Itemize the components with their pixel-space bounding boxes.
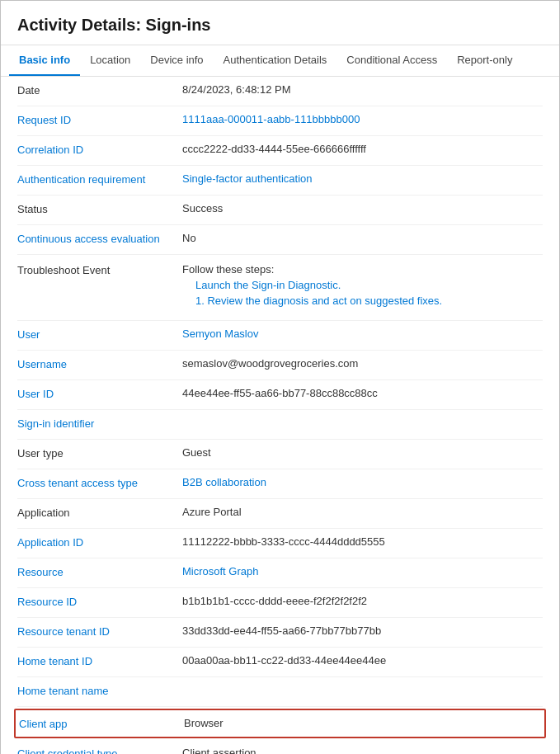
label-user-type: User type [17,446,182,459]
field-request-id: Request ID 1111aaa-000011-aabb-111bbbbb0… [17,106,543,136]
field-username: Username semaslov@woodgrovegroceries.com [17,351,543,380]
value-resource-tenant-id: 33dd33dd-ee44-ff55-aa66-77bb77bb77bb [182,624,543,637]
value-status: Success [182,202,543,214]
value-application: Azure Portal [182,506,543,518]
field-signin-identifier: Sign-in identifier [17,410,543,440]
label-username: Username [17,357,182,370]
label-home-tenant-id: Home tenant ID [17,654,182,667]
field-user: User Semyon Maslov [17,321,543,351]
field-cross-tenant-access: Cross tenant access type B2B collaborati… [17,469,543,499]
field-client-app: Client app Browser [14,709,546,738]
label-home-tenant-name: Home tenant name [17,684,182,697]
value-resource[interactable]: Microsoft Graph [182,565,543,577]
tab-report-only[interactable]: Report-only [447,45,522,76]
field-correlation-id: Correlation ID cccc2222-dd33-4444-55ee-6… [17,136,543,166]
label-troubleshoot: Troubleshoot Event [17,263,182,276]
label-continuous-access: Continuous access evaluation [17,232,182,245]
label-auth-requirement: Authentication requirement [17,172,182,186]
field-client-credential-type: Client credential type Client assertion [17,740,543,754]
label-resource: Resource [17,565,182,578]
field-application: Application Azure Portal [17,499,543,529]
label-status: Status [17,202,182,215]
field-continuous-access: Continuous access evaluation No [17,225,543,255]
label-client-app: Client app [19,717,184,730]
value-resource-id: b1b1b1b1-cccc-dddd-eeee-f2f2f2f2f2f2 [182,595,543,607]
launch-diagnostic-link[interactable]: Launch the Sign-in Diagnostic. [182,279,543,291]
label-resource-tenant-id: Resource tenant ID [17,624,182,638]
label-date: Date [17,83,182,97]
field-user-id: User ID 44ee44ee-ff55-aa66-bb77-88cc88cc… [17,380,543,410]
content-area: Date 8/24/2023, 6:48:12 PM Request ID 11… [1,77,559,754]
field-date: Date 8/24/2023, 6:48:12 PM [17,77,543,106]
field-home-tenant-id: Home tenant ID 00aa00aa-bb11-cc22-dd33-4… [17,648,543,677]
tab-device-info[interactable]: Device info [140,45,213,76]
value-request-id[interactable]: 1111aaa-000011-aabb-111bbbbb000 [182,113,543,125]
field-status: Status Success [17,196,543,225]
dialog-title: Activity Details: Sign-ins [1,1,559,45]
label-resource-id: Resource ID [17,595,182,608]
value-application-id: 11112222-bbbb-3333-cccc-4444dddd5555 [182,535,543,548]
field-resource: Resource Microsoft Graph [17,558,543,588]
tab-bar: Basic info Location Device info Authenti… [1,45,559,77]
field-application-id: Application ID 11112222-bbbb-3333-cccc-4… [17,529,543,558]
value-correlation-id: cccc2222-dd33-4444-55ee-666666ffffff [182,143,543,155]
tab-basic-info[interactable]: Basic info [9,45,80,76]
label-cross-tenant-access: Cross tenant access type [17,476,182,489]
field-resource-tenant-id: Resource tenant ID 33dd33dd-ee44-ff55-aa… [17,618,543,648]
troubleshoot-follow-text: Follow these steps: [182,263,543,276]
value-user-id: 44ee44ee-ff55-aa66-bb77-88cc88cc88cc [182,387,543,399]
label-application-id: Application ID [17,535,182,549]
field-user-type: User type Guest [17,440,543,469]
value-auth-requirement[interactable]: Single-factor authentication [182,172,543,185]
value-home-tenant-id: 00aa00aa-bb11-cc22-dd33-44ee44ee44ee [182,654,543,667]
value-continuous-access: No [182,232,543,244]
field-auth-requirement: Authentication requirement Single-factor… [17,166,543,196]
activity-details-dialog: Activity Details: Sign-ins Basic info Lo… [0,0,560,754]
value-client-app: Browser [184,717,541,729]
value-username: semaslov@woodgrovegroceries.com [182,357,543,370]
label-correlation-id: Correlation ID [17,143,182,156]
value-user[interactable]: Semyon Maslov [182,328,543,340]
value-client-credential-type: Client assertion [182,747,543,754]
value-user-type: Guest [182,446,543,459]
label-request-id: Request ID [17,113,182,126]
value-troubleshoot: Follow these steps: Launch the Sign-in D… [182,263,543,307]
field-home-tenant-name: Home tenant name [17,677,543,707]
label-user: User [17,328,182,341]
label-user-id: User ID [17,387,182,400]
value-date: 8/24/2023, 6:48:12 PM [182,83,543,96]
tab-authentication-details[interactable]: Authentication Details [214,45,337,76]
tab-conditional-access[interactable]: Conditional Access [336,45,447,76]
field-resource-id: Resource ID b1b1b1b1-cccc-dddd-eeee-f2f2… [17,588,543,618]
tab-location[interactable]: Location [80,45,140,76]
label-client-credential-type: Client credential type [17,747,182,754]
label-signin-identifier: Sign-in identifier [17,417,182,430]
troubleshoot-review-text: 1. Review the diagnosis and act on sugge… [182,295,543,307]
value-cross-tenant-access[interactable]: B2B collaboration [182,476,543,488]
label-application: Application [17,506,182,519]
field-troubleshoot: Troubleshoot Event Follow these steps: L… [17,255,543,321]
